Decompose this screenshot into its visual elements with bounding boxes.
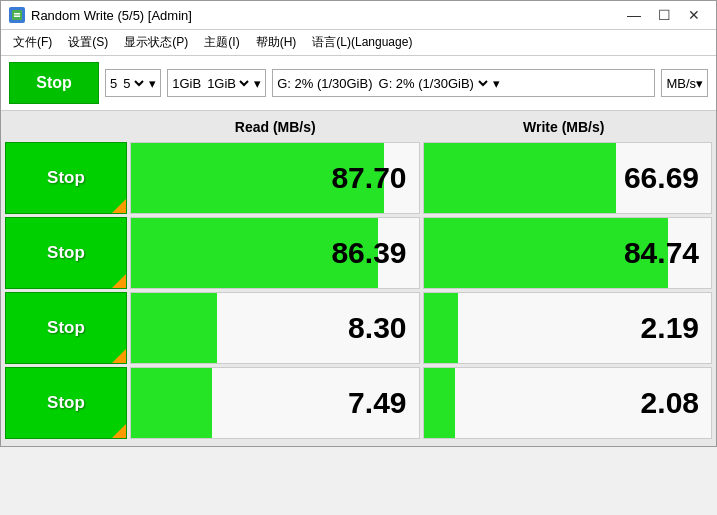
stop-cell-3[interactable]: Stop xyxy=(5,367,127,439)
menu-item[interactable]: 主题(I) xyxy=(196,32,247,53)
title-bar-left: Random Write (5/5) [Admin] xyxy=(9,7,192,23)
write-value: 2.08 xyxy=(641,386,711,420)
svg-rect-2 xyxy=(14,16,20,18)
size-chevron-icon: ▾ xyxy=(254,76,261,91)
drive-value: G: 2% (1/30GiB) xyxy=(277,76,372,91)
main-stop-button[interactable]: Stop xyxy=(9,62,99,104)
size-dropdown[interactable]: 1GiB 1GiB ▾ xyxy=(167,69,266,97)
table-row: Stop7.492.08 xyxy=(5,367,712,439)
menu-item[interactable]: 语言(L)(Language) xyxy=(304,32,420,53)
read-cell-1: 86.39 xyxy=(130,217,420,289)
app-icon xyxy=(9,7,25,23)
write-value: 84.74 xyxy=(624,236,711,270)
header-empty xyxy=(9,115,131,139)
menu-item[interactable]: 文件(F) xyxy=(5,32,60,53)
stop-cell-0[interactable]: Stop xyxy=(5,142,127,214)
count-dropdown[interactable]: 5 5 ▾ xyxy=(105,69,161,97)
svg-rect-0 xyxy=(12,10,22,20)
write-cell-3: 2.08 xyxy=(423,367,713,439)
window-title: Random Write (5/5) [Admin] xyxy=(31,8,192,23)
stop-label: Stop xyxy=(47,243,85,263)
header-write: Write (MB/s) xyxy=(420,115,709,139)
write-value: 2.19 xyxy=(641,311,711,345)
read-value: 86.39 xyxy=(331,236,418,270)
read-cell-2: 8.30 xyxy=(130,292,420,364)
write-cell-1: 84.74 xyxy=(423,217,713,289)
read-cell-3: 7.49 xyxy=(130,367,420,439)
count-select[interactable]: 5 xyxy=(119,75,147,92)
menu-item[interactable]: 设置(S) xyxy=(60,32,116,53)
size-value: 1GiB xyxy=(172,76,201,91)
minimize-button[interactable]: — xyxy=(620,5,648,25)
count-chevron-icon: ▾ xyxy=(149,76,156,91)
svg-rect-1 xyxy=(14,13,20,15)
read-value: 8.30 xyxy=(348,311,418,345)
write-cell-2: 2.19 xyxy=(423,292,713,364)
write-value: 66.69 xyxy=(624,161,711,195)
units-chevron-icon: ▾ xyxy=(696,76,703,91)
maximize-button[interactable]: ☐ xyxy=(650,5,678,25)
stop-label: Stop xyxy=(47,318,85,338)
table-body: Stop87.7066.69Stop86.3984.74Stop8.302.19… xyxy=(5,142,712,439)
table-row: Stop8.302.19 xyxy=(5,292,712,364)
read-value: 7.49 xyxy=(348,386,418,420)
count-value: 5 xyxy=(110,76,117,91)
table-row: Stop87.7066.69 xyxy=(5,142,712,214)
units-dropdown[interactable]: MB/s ▾ xyxy=(661,69,708,97)
stop-cell-2[interactable]: Stop xyxy=(5,292,127,364)
stop-label: Stop xyxy=(47,393,85,413)
title-bar: Random Write (5/5) [Admin] — ☐ ✕ xyxy=(1,1,716,30)
size-select[interactable]: 1GiB xyxy=(203,75,252,92)
read-value: 87.70 xyxy=(331,161,418,195)
menu-item[interactable]: 帮助(H) xyxy=(248,32,305,53)
stop-label: Stop xyxy=(47,168,85,188)
menu-item[interactable]: 显示状态(P) xyxy=(116,32,196,53)
table-row: Stop86.3984.74 xyxy=(5,217,712,289)
read-cell-0: 87.70 xyxy=(130,142,420,214)
drive-dropdown[interactable]: G: 2% (1/30GiB) G: 2% (1/30GiB) ▾ xyxy=(272,69,655,97)
write-cell-0: 66.69 xyxy=(423,142,713,214)
title-controls: — ☐ ✕ xyxy=(620,5,708,25)
stop-cell-1[interactable]: Stop xyxy=(5,217,127,289)
content-area: Read (MB/s) Write (MB/s) Stop87.7066.69S… xyxy=(1,111,716,446)
units-value: MB/s xyxy=(666,76,696,91)
close-button[interactable]: ✕ xyxy=(680,5,708,25)
main-window: Random Write (5/5) [Admin] — ☐ ✕ 文件(F)设置… xyxy=(0,0,717,447)
drive-select[interactable]: G: 2% (1/30GiB) xyxy=(375,75,491,92)
menu-bar: 文件(F)设置(S)显示状态(P)主题(I)帮助(H)语言(L)(Languag… xyxy=(1,30,716,56)
drive-chevron-icon: ▾ xyxy=(493,76,500,91)
toolbar: Stop 5 5 ▾ 1GiB 1GiB ▾ G: 2% (1/30GiB) G… xyxy=(1,56,716,111)
table-header: Read (MB/s) Write (MB/s) xyxy=(5,115,712,139)
header-read: Read (MB/s) xyxy=(131,115,420,139)
